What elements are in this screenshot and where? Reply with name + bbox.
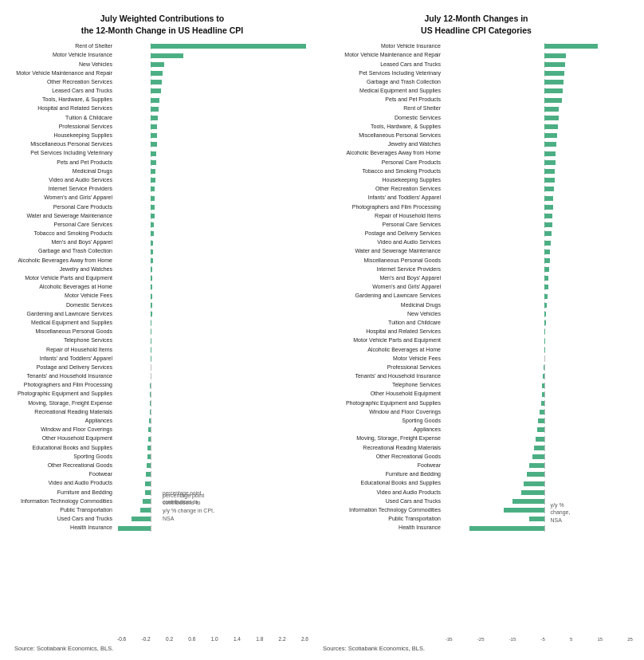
left-bar-label: Recreational Reading Materials [11, 409, 115, 415]
left-bar [151, 53, 183, 58]
right-chart-body: Motor Vehicle InsuranceMotor Vehicle Mai… [320, 42, 633, 635]
x-axis-label: 0.2 [166, 636, 173, 642]
right-bar [544, 320, 546, 325]
right-bar-area [443, 159, 630, 166]
right-bar-row: Housekeeping Supplies [320, 176, 633, 184]
left-bar [151, 160, 156, 165]
left-bar-label: Alcoholic Beverages Away from Home [11, 257, 115, 264]
left-bar [147, 463, 151, 468]
left-bar [151, 339, 151, 344]
x-axis-label: 2.2 [279, 636, 286, 642]
right-bar-area [443, 132, 630, 139]
left-bar [151, 169, 155, 174]
left-bar-row: Educational Books and Supplies [11, 444, 313, 452]
right-bar-area [443, 61, 630, 68]
right-bar-area [443, 418, 630, 424]
right-bar-label: Housekeeping Supplies [320, 177, 443, 183]
right-bar-row: Educational Books and Supplies [320, 480, 633, 488]
right-bar [544, 339, 545, 344]
right-bar [544, 44, 598, 49]
left-bar-label: Medical Equipment and Supplies [11, 320, 115, 326]
right-bar [544, 53, 566, 58]
right-bar-row: Postage and Delivery Services [320, 230, 633, 238]
left-bar [151, 98, 159, 103]
right-bar-area [443, 240, 630, 246]
right-bar-label: Gardening and Lawncare Services [320, 293, 443, 299]
left-bar-row: Gardening and Lawncare Services [11, 310, 313, 318]
left-bar-label: Motor Vehicle Maintenance and Repair [11, 70, 115, 77]
left-bar-area [115, 230, 306, 237]
right-bar [521, 490, 544, 495]
right-bar-row: Other Household Equipment [320, 391, 633, 399]
right-bar-label: Infants' and Toddlers' Apparel [320, 194, 443, 201]
right-bar-label: Women's and Girls' Apparel [320, 284, 443, 290]
right-bar-area [443, 373, 630, 379]
right-bar-row: Furniture and Bedding [320, 470, 633, 478]
right-bar-label: Recreational Reading Materials [320, 445, 443, 451]
right-bar-label: Information Technology Commodities [320, 507, 443, 513]
left-bar-area [115, 462, 306, 469]
left-chart-title: July Weighted Contributions tothe 12-Mon… [11, 13, 313, 36]
right-bar-row: Repair of Household Items [320, 212, 633, 220]
left-bar-label: Furniture and Bedding [11, 489, 115, 496]
left-bar-area [115, 275, 306, 281]
left-bar-area [115, 391, 306, 398]
right-bar-area [443, 445, 630, 451]
right-bar-area [443, 230, 630, 237]
right-bar-row: Photographers and Film Processing [320, 203, 633, 211]
right-bar-label: Garbage and Trash Collection [320, 79, 443, 85]
right-bar-row: Water and Sewerage Maintenance [320, 248, 633, 256]
left-bar-row: Garbage and Trash Collection [11, 248, 313, 256]
right-bar-label: Miscellaneous Personal Goods [320, 257, 443, 264]
left-bar-row: Motor Vehicle Parts and Equipment [11, 274, 313, 282]
right-bar-row: Recreational Reading Materials [320, 444, 633, 452]
right-bar-area [443, 124, 630, 130]
right-bar-row: Other Recreational Goods [320, 453, 633, 461]
left-bar-label: Window and Floor Coverings [11, 426, 115, 433]
right-bar-label: Moving, Storage, Freight Expense [320, 435, 443, 442]
left-bar [151, 285, 152, 289]
left-bar [151, 267, 152, 272]
right-bar-area [443, 481, 630, 487]
left-bar-area [115, 383, 306, 389]
left-bar-label: Photographers and Film Processing [11, 382, 115, 388]
left-bar-row: Miscellaneous Personal Goods [11, 328, 313, 336]
left-bar-row: Other Household Equipment [11, 435, 313, 443]
left-bar-area [115, 347, 306, 353]
right-chart-title: July 12-Month Changes inUS Headline CPI … [320, 13, 633, 36]
right-bar [542, 383, 544, 388]
right-bar-label: Photographic Equipment and Supplies [320, 400, 443, 407]
right-bar-area [443, 257, 630, 264]
left-bar-row: Motor Vehicle Maintenance and Repair [11, 69, 313, 77]
left-bar [151, 258, 153, 263]
right-bar-label: Public Transportation [320, 516, 443, 522]
left-bar [145, 490, 151, 495]
left-bar-row: Tools, Hardware, & Supplies [11, 96, 313, 104]
right-bar [544, 249, 551, 254]
left-bar-label: Men's and Boys' Apparel [11, 239, 115, 246]
right-bar-row: Other Recreation Services [320, 185, 633, 193]
right-bar-row: Rent of Shelter [320, 105, 633, 113]
left-bar-row: Medicinal Drugs [11, 167, 313, 175]
left-bar-label: Women's and Girls' Apparel [11, 194, 115, 201]
right-bar [544, 88, 564, 93]
right-bar-row: Footwear [320, 462, 633, 469]
right-bar [504, 508, 544, 513]
left-bar [151, 303, 152, 308]
x-axis-label: -0.6 [117, 636, 126, 642]
right-bar-label: Leased Cars and Trucks [320, 61, 443, 68]
left-bar-area [115, 186, 306, 192]
left-bar-label: Health Insurance [11, 524, 115, 531]
left-bar-row: Professional Services [11, 123, 313, 131]
left-bar-row: Alcoholic Beverages Away from Home [11, 257, 313, 265]
charts-row: July Weighted Contributions tothe 12-Mon… [8, 13, 636, 652]
right-bar [541, 401, 544, 406]
right-bar-area [443, 186, 630, 192]
right-bar-label: Pet Services Including Veterinary [320, 70, 443, 77]
left-bar-area [115, 97, 306, 104]
left-annotation: percentage pointcontributions toy/y % ch… [163, 492, 313, 523]
left-bar-row: Rent of Shelter [11, 42, 313, 50]
right-bar-label: Footwear [320, 462, 443, 469]
left-bar [151, 348, 151, 352]
right-bar-label: Tobacco and Smoking Products [320, 168, 443, 175]
